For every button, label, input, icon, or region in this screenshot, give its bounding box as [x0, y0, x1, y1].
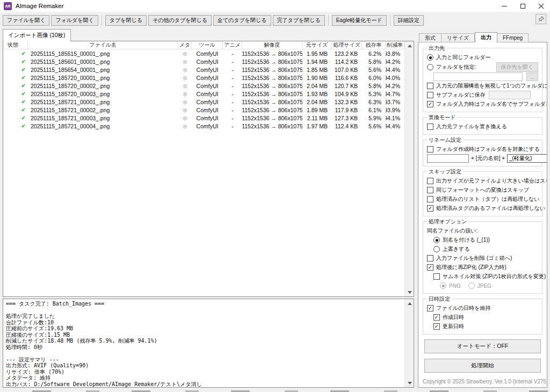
checkbox-rename-folder-target[interactable]: フォルダ作成時はフォルダ名を対象にする — [427, 145, 538, 154]
table-row[interactable]: ✔ 20251115_185720_00001_.png ◎ ComfyUI -… — [3, 74, 414, 82]
group-caption: 処理オプション — [427, 218, 468, 226]
col-header-anime[interactable]: アニメ — [223, 41, 242, 49]
col-header-original-size[interactable]: 元サイズ — [302, 41, 332, 49]
status-check-icon: ✔ — [3, 50, 28, 56]
scroll-down-icon[interactable] — [405, 379, 414, 387]
radio-jpeg[interactable]: JPEG — [477, 283, 491, 289]
checkbox-flatten-hierarchy[interactable]: 入力元の階層構造を無視して1つのフォルダに保存 — [427, 82, 538, 90]
screen-bottom-artifact — [0, 388, 550, 392]
radio-overwrite-duplicate[interactable]: 上書きする — [433, 245, 538, 253]
col-header-resolution[interactable]: 解像度 — [242, 41, 302, 49]
log-output[interactable]: === タスク完了: Batch_Images === 処理が完了しました 合計… — [3, 299, 414, 388]
checkbox-skip-processed-list[interactable]: 処理済みのリスト（タブ）は再処理しない — [427, 195, 538, 204]
radio-specify-folder[interactable]: フォルダを指定: 保存先を開く — [427, 62, 538, 72]
checkbox-skip-larger-output[interactable]: 出力サイズが元ファイルより大きい場合はスキップ — [427, 177, 538, 185]
checkbox-thumbnail-countermeasure[interactable]: サムネイル対策 (ZIPの1枚目の形式を変更) — [433, 272, 538, 281]
cell-remain-rate: 6.2% — [362, 50, 386, 57]
close-all-tabs-button[interactable]: 全てのタブを閉じる — [213, 15, 271, 26]
col-header-filename[interactable]: ファイル名 — [28, 41, 178, 49]
checkbox-replace-input-file[interactable]: 入力元ファイルを置き換える — [427, 122, 538, 131]
status-check-icon: ✔ — [3, 123, 28, 129]
checkbox-keep-file-datetime[interactable]: ファイルの日時を維持 — [427, 304, 538, 313]
minimize-button[interactable] — [495, 0, 513, 12]
close-button[interactable] — [532, 0, 550, 12]
automode-button[interactable]: オートモード：OFF — [424, 339, 541, 353]
eagle-lightweight-mode-button[interactable]: Eagle軽量化モード — [332, 15, 387, 26]
cell-resolution: 1152x1536 → 806x1075 — [242, 67, 302, 73]
scroll-down-icon[interactable] — [405, 288, 414, 296]
open-file-button[interactable]: ファイルを開く — [3, 15, 49, 26]
tab-format[interactable]: 形式 — [419, 33, 442, 42]
cell-original-size: 2.11 MB — [302, 115, 332, 121]
checkbox-skip-processed-tag[interactable]: 処理済みタグのあるファイルは再処理しない — [427, 204, 538, 213]
cell-original-size: 1.90 MB — [302, 75, 332, 81]
pin-button[interactable] — [535, 14, 546, 24]
meta-icon: ◎ — [178, 99, 192, 105]
cell-processed-size: 114.2 KB — [332, 59, 362, 65]
cell-remain-rate: 6.1% — [362, 107, 386, 113]
table-row[interactable]: ✔ 20251115_185720_00003_.png ◎ ComfyUI -… — [3, 90, 414, 98]
meta-icon: ◎ — [178, 124, 192, 129]
table-row[interactable]: ✔ 20251115_185720_00002_.png ◎ ComfyUI -… — [3, 82, 414, 90]
scroll-up-icon[interactable] — [405, 41, 414, 50]
status-check-icon: ✔ — [3, 83, 28, 89]
open-folder-button[interactable]: フォルダを開く — [51, 15, 98, 26]
table-vscrollbar[interactable] — [404, 41, 414, 296]
checkbox-icon — [433, 273, 440, 280]
table-row[interactable]: ✔ 20251115_185721_00004_.png ◎ ComfyUI -… — [3, 122, 414, 130]
advanced-settings-button[interactable]: 詳細設定 — [394, 15, 424, 26]
tab-resize[interactable]: リサイズ — [442, 33, 475, 42]
table-row[interactable]: ✔ 20251115_185721_00003_.png ◎ ComfyUI -… — [3, 114, 414, 122]
rename-prefix-input[interactable] — [427, 154, 469, 163]
col-header-meta[interactable]: メタ — [178, 41, 192, 49]
rename-suffix-input[interactable] — [507, 154, 547, 163]
radio-same-folder[interactable]: 入力と同じフォルダー — [427, 53, 538, 62]
group-caption: 置換モード — [427, 114, 457, 121]
log-panel: === タスク完了: Batch_Images === 処理が完了しました 合計… — [3, 299, 414, 388]
cell-reduction-rate: -94.2% — [386, 83, 404, 89]
cell-filename: 20251115_185515_00001_.png — [28, 50, 178, 57]
table-row[interactable]: ✔ 20251115_185654_00001_.png ◎ ComfyUI -… — [3, 66, 414, 74]
radio-icon — [468, 282, 475, 289]
col-header-processed-size[interactable]: 処理サイズ — [332, 41, 362, 49]
table-row[interactable]: ✔ 20251115_185601_00001_.png ◎ ComfyUI -… — [3, 57, 414, 66]
table-row[interactable]: ✔ 20251115_185515_00001_.png ◎ ComfyUI -… — [3, 49, 414, 57]
close-other-tabs-button[interactable]: その他のタブを閉じる — [148, 15, 212, 26]
checkbox-icon — [427, 92, 433, 98]
col-header-status[interactable]: 状態 — [3, 41, 28, 49]
checkbox-created-datetime[interactable]: 作成日時 — [433, 313, 538, 322]
browse-button[interactable]: ... — [526, 72, 538, 81]
checkbox-delete-input-file[interactable]: 入力ファイルを削除 (ゴミ箱へ) — [427, 254, 538, 263]
status-check-icon: ✔ — [3, 99, 28, 105]
checkbox-skip-same-format[interactable]: 同じフォーマットへの変換はスキップ — [427, 186, 538, 194]
start-processing-button[interactable]: 処理開始 — [424, 359, 541, 373]
table-row[interactable]: ✔ 20251115_185721_00001_.png ◎ ComfyUI -… — [3, 98, 414, 106]
cell-resolution: 1152x1536 → 806x1075 — [242, 115, 302, 121]
checkbox-save-subfolder[interactable]: サブフォルダに保存 — [427, 91, 538, 99]
tab-output[interactable]: 出力 — [475, 32, 497, 42]
toolbar-separator — [328, 15, 329, 26]
radio-png[interactable]: PNG — [449, 283, 461, 289]
checkbox-updated-datetime[interactable]: 更新日時 — [433, 322, 538, 331]
open-destination-button[interactable]: 保存先を開く — [496, 62, 538, 72]
log-vscrollbar[interactable] — [404, 299, 414, 387]
table-row[interactable]: ✔ 20251115_185721_00002_.png ◎ ComfyUI -… — [3, 106, 414, 114]
cell-remain-rate: 5.6% — [362, 123, 386, 129]
col-header-remain-rate[interactable]: 残存率 — [362, 41, 386, 49]
checkbox-rezip-after[interactable]: 処理後に再ZIP化 (ZIP入力時) — [427, 263, 538, 272]
maximize-button[interactable] — [513, 0, 532, 12]
cell-reduction-rate: -94.4% — [386, 123, 404, 129]
radio-rename-duplicate[interactable]: 別名を付ける (_(1)) — [433, 236, 538, 244]
checkbox-folder-input-subfolder[interactable]: フォルダ入力時はフォルダ名でサブフォルダを作成 — [427, 100, 538, 108]
close-done-tabs-button[interactable]: 完了タブを閉じる — [273, 15, 325, 26]
subfolder-name-input[interactable] — [489, 91, 531, 99]
tab-ffmpeg[interactable]: FFmpeg — [497, 33, 529, 42]
destination-path-input[interactable] — [433, 72, 523, 81]
col-header-tool[interactable]: ツール — [192, 41, 223, 49]
cell-resolution: 1152x1536 → 806x1075 — [242, 50, 302, 57]
close-tab-button[interactable]: タブを閉じる — [105, 15, 147, 26]
col-header-reduction-rate[interactable]: 削減率 — [386, 41, 404, 49]
scroll-up-icon[interactable] — [405, 299, 414, 308]
tab-import-images[interactable]: インポート画像 (10枚) — [3, 29, 71, 41]
cell-processed-size: 112.4 KB — [332, 123, 362, 129]
